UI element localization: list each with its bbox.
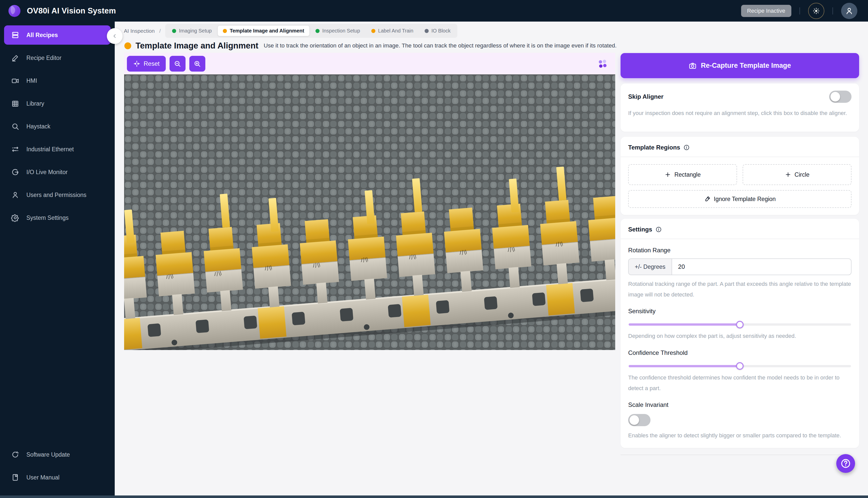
top-bar: OV80i AI Vision System Recipe Inactive <box>0 0 868 22</box>
slider-thumb[interactable] <box>736 362 744 370</box>
iomonitor-icon <box>11 168 19 176</box>
confidence-threshold-help: The confidence threshold determines how … <box>628 372 852 394</box>
sidebar-collapse-button[interactable] <box>107 28 122 44</box>
help-fab-button[interactable] <box>836 454 855 473</box>
step-tab[interactable]: Label And Train <box>366 26 419 36</box>
processing-dots-icon <box>595 56 610 71</box>
ignore-template-region-button[interactable]: Ignore Template Region <box>628 190 852 208</box>
collapse-chevron-icon <box>111 32 118 40</box>
add-rectangle-region-button[interactable]: Rectangle <box>628 164 737 185</box>
sensitivity-help: Depending on how complex the part is, ad… <box>628 331 852 341</box>
scale-invariant-toggle[interactable] <box>628 414 650 426</box>
page-status-dot <box>124 42 131 49</box>
sidebar-item-label: Industrial Ethernet <box>26 146 74 153</box>
rotation-range-input[interactable] <box>672 259 851 275</box>
circle-label: Circle <box>795 171 810 178</box>
step-tab[interactable]: Template Image and Alignment <box>218 26 309 36</box>
reset-label: Reset <box>144 60 160 67</box>
stage-toolbar: Reset <box>124 53 615 74</box>
zoom-out-icon <box>174 60 181 67</box>
sidebar-item-label: HMI <box>26 77 37 84</box>
recapture-template-button[interactable]: Re-Capture Template Image <box>620 53 859 78</box>
scale-invariant-label: Scale Invariant <box>628 401 852 408</box>
template-image-canvas[interactable] <box>124 74 615 350</box>
sidebar-item-user-manual[interactable]: User Manual <box>4 468 111 487</box>
bottom-strip <box>0 496 868 498</box>
gear-icon <box>11 214 19 222</box>
aligner-settings-card: Settings Rotation Range +/- Degrees Rota… <box>620 219 859 448</box>
image-stage: Reset <box>124 53 615 350</box>
sidebar-item-label: I/O Live Monitor <box>26 169 67 176</box>
slider-thumb[interactable] <box>736 321 744 328</box>
sidebar-item-haystack[interactable]: Haystack <box>4 117 111 136</box>
tab-status-dot <box>425 29 429 33</box>
reset-center-icon <box>133 60 141 67</box>
tab-status-dot <box>223 29 227 33</box>
zoom-in-button[interactable] <box>189 56 205 71</box>
main-content: AI Inspection / Imaging Setup Template I… <box>115 22 868 496</box>
sidebar-item-software-update[interactable]: Software Update <box>4 445 111 464</box>
sensitivity-label: Sensitivity <box>628 307 852 315</box>
avatar-person-icon <box>845 6 854 15</box>
sidebar-item-hmi[interactable]: HMI <box>4 71 111 90</box>
confidence-threshold-label: Confidence Threshold <box>628 349 852 356</box>
sidebar: All Recipes Recipe Editor HMI Library Ha… <box>0 22 115 496</box>
sidebar-item-label: Software Update <box>26 451 70 458</box>
breadcrumb-root[interactable]: AI Inspection <box>124 28 155 34</box>
page-header: Template Image and Alignment Use it to t… <box>124 41 835 51</box>
info-icon[interactable] <box>683 144 690 151</box>
ethernet-icon <box>11 145 19 153</box>
sidebar-item-label: Users and Permissions <box>26 192 86 198</box>
page-title: Template Image and Alignment <box>135 41 258 51</box>
update-icon <box>11 450 19 459</box>
skip-aligner-toggle[interactable] <box>829 91 852 103</box>
slider-fill <box>629 365 740 367</box>
sun-icon <box>812 7 820 15</box>
page-description: Use it to track the orientation of an ob… <box>264 42 617 49</box>
sidebar-footer: Software Update User Manual <box>0 443 115 489</box>
sidebar-item-library[interactable]: Library <box>4 94 111 113</box>
step-tab[interactable]: Inspection Setup <box>311 26 365 36</box>
plus-icon <box>665 171 671 178</box>
user-avatar-button[interactable] <box>841 3 857 19</box>
zoom-in-icon <box>193 60 201 67</box>
tab-status-dot <box>172 29 176 33</box>
ignore-region-label: Ignore Template Region <box>714 196 776 202</box>
sidebar-item-label: User Manual <box>26 474 60 481</box>
recipe-status-badge: Recipe Inactive <box>741 5 791 17</box>
recapture-label: Re-Capture Template Image <box>701 62 791 69</box>
search-icon <box>11 122 19 130</box>
template-regions-title: Template Regions <box>628 144 680 151</box>
zoom-out-button[interactable] <box>170 56 185 71</box>
slider-fill <box>629 323 740 326</box>
breadcrumb: AI Inspection / Imaging Setup Template I… <box>124 24 457 38</box>
breadcrumb-separator: / <box>159 28 161 34</box>
step-tab[interactable]: Imaging Setup <box>167 26 217 36</box>
question-icon <box>840 458 851 469</box>
add-circle-region-button[interactable]: Circle <box>742 164 852 185</box>
info-icon[interactable] <box>655 226 662 233</box>
rotation-range-help: Rotational tracking range of the part. A… <box>628 279 852 300</box>
hmi-icon <box>11 77 19 85</box>
reset-view-button[interactable]: Reset <box>127 56 166 71</box>
rotation-range-prefix: +/- Degrees <box>629 259 672 275</box>
edit-icon <box>11 54 19 62</box>
sidebar-item-industrial-ethernet[interactable]: Industrial Ethernet <box>4 140 111 159</box>
sidebar-item-recipe-editor[interactable]: Recipe Editor <box>4 48 111 67</box>
library-icon <box>11 100 19 108</box>
sidebar-item-users-and-permissions[interactable]: Users and Permissions <box>4 185 111 205</box>
sidebar-item-io-live-monitor[interactable]: I/O Live Monitor <box>4 162 111 182</box>
sidebar-item-label: Library <box>26 100 44 107</box>
theme-toggle-button[interactable] <box>808 3 824 19</box>
confidence-threshold-slider[interactable] <box>629 365 851 367</box>
rotation-range-label: Rotation Range <box>628 247 852 254</box>
sidebar-item-all-recipes[interactable]: All Recipes <box>4 25 111 45</box>
sidebar-item-label: All Recipes <box>26 32 58 39</box>
sensitivity-slider[interactable] <box>629 323 851 326</box>
step-tab[interactable]: IO Block <box>420 26 456 36</box>
marker-pen-icon <box>704 196 711 202</box>
sidebar-item-system-settings[interactable]: System Settings <box>4 208 111 227</box>
skip-aligner-card: Skip Aligner If your inspection does not… <box>620 83 859 132</box>
sidebar-item-label: System Settings <box>26 214 68 221</box>
topbar-divider <box>800 8 800 14</box>
